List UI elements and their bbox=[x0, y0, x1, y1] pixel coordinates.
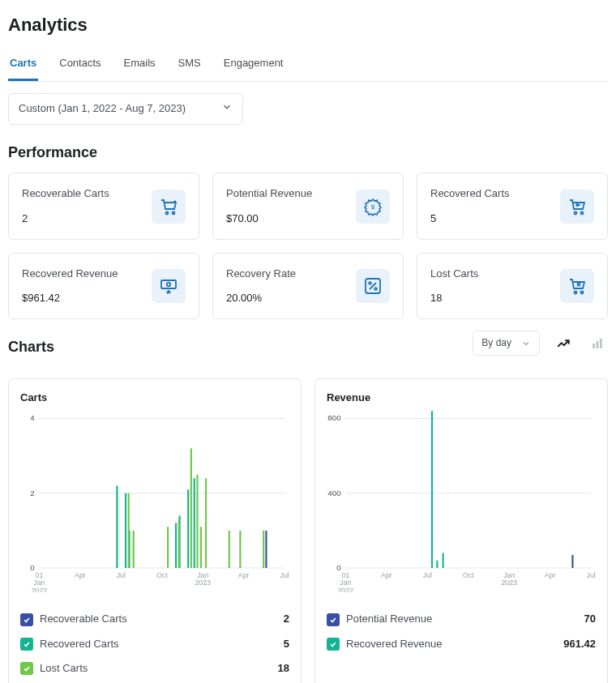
bar-view-button[interactable] bbox=[587, 333, 608, 354]
svg-rect-69 bbox=[436, 561, 438, 568]
svg-rect-14 bbox=[597, 341, 599, 348]
kpi-label: Recovered Carts bbox=[430, 186, 510, 201]
cart-icon bbox=[152, 190, 186, 224]
svg-rect-44 bbox=[190, 449, 192, 569]
badge-dollar-icon: $ bbox=[356, 190, 390, 224]
kpi-grid: Recoverable Carts2Potential Revenue$70.0… bbox=[8, 173, 608, 319]
svg-rect-5 bbox=[161, 280, 176, 288]
svg-text:01: 01 bbox=[342, 571, 350, 579]
svg-text:Jan: Jan bbox=[197, 571, 208, 579]
legend-row: Potential Revenue70 bbox=[327, 607, 596, 631]
svg-rect-39 bbox=[194, 479, 195, 569]
revenue-legend: Potential Revenue70Recovered Revenue961.… bbox=[327, 607, 596, 655]
carts-chart-panel: Carts 02401Jan2022AprJulOctJan2023AprJul… bbox=[8, 378, 302, 683]
svg-text:Apr: Apr bbox=[381, 571, 392, 579]
revenue-chart-title: Revenue bbox=[327, 391, 596, 405]
svg-rect-13 bbox=[592, 344, 595, 348]
charts-heading: Charts bbox=[8, 337, 54, 357]
kpi-label: Recovered Revenue bbox=[22, 267, 118, 281]
cart-back-icon bbox=[560, 190, 594, 224]
carts-legend: Recoverable Carts2Recovered Carts5Lost C… bbox=[20, 607, 289, 681]
legend-checkbox[interactable] bbox=[327, 638, 340, 651]
legend-value: 961.42 bbox=[563, 637, 596, 651]
legend-checkbox[interactable] bbox=[20, 638, 33, 651]
svg-text:4: 4 bbox=[30, 414, 35, 423]
chart-controls: By day bbox=[473, 331, 608, 356]
legend-value: 70 bbox=[584, 612, 596, 626]
performance-heading: Performance bbox=[8, 143, 608, 163]
svg-text:2023: 2023 bbox=[195, 579, 211, 587]
svg-point-6 bbox=[167, 283, 170, 286]
legend-checkbox[interactable] bbox=[327, 613, 340, 626]
kpi-card: Recovered Revenue$961.42 bbox=[8, 253, 199, 319]
svg-text:Jan: Jan bbox=[340, 579, 351, 587]
svg-rect-42 bbox=[167, 527, 169, 569]
legend-label: Potential Revenue bbox=[346, 612, 432, 626]
tab-engagement[interactable]: Engagement bbox=[222, 49, 285, 81]
svg-point-9 bbox=[369, 282, 371, 284]
date-range-select[interactable]: Custom (Jan 1, 2022 - Aug 7, 2023) bbox=[8, 93, 243, 125]
granularity-select[interactable]: By day bbox=[473, 331, 540, 356]
tab-emails[interactable]: Emails bbox=[122, 49, 157, 81]
svg-text:Jan: Jan bbox=[33, 579, 45, 587]
kpi-value: 2 bbox=[22, 211, 109, 226]
tab-sms[interactable]: SMS bbox=[177, 49, 203, 81]
svg-text:Oct: Oct bbox=[463, 571, 474, 579]
legend-checkbox[interactable] bbox=[20, 613, 33, 626]
svg-text:2023: 2023 bbox=[501, 579, 517, 587]
svg-point-12 bbox=[581, 291, 584, 293]
date-range-label: Custom (Jan 1, 2022 - Aug 7, 2023) bbox=[19, 101, 186, 116]
svg-rect-70 bbox=[443, 553, 444, 568]
svg-rect-32 bbox=[265, 531, 267, 568]
svg-rect-41 bbox=[133, 531, 135, 568]
tab-carts[interactable]: Carts bbox=[8, 49, 38, 81]
legend-row: Recovered Revenue961.42 bbox=[327, 632, 596, 656]
svg-rect-47 bbox=[205, 479, 207, 569]
kpi-value: 5 bbox=[430, 211, 510, 226]
line-view-button[interactable] bbox=[553, 333, 574, 354]
svg-rect-15 bbox=[600, 339, 602, 348]
cash-back-icon bbox=[152, 269, 186, 303]
svg-text:01: 01 bbox=[36, 571, 44, 579]
tabs: CartsContactsEmailsSMSEngagement bbox=[8, 49, 608, 82]
svg-text:Jul: Jul bbox=[117, 571, 126, 579]
legend-checkbox[interactable] bbox=[20, 662, 33, 675]
svg-rect-68 bbox=[431, 412, 433, 569]
svg-text:Apr: Apr bbox=[238, 571, 250, 579]
legend-row: Recoverable Carts2 bbox=[20, 607, 289, 631]
svg-rect-49 bbox=[239, 531, 241, 568]
svg-text:0: 0 bbox=[30, 563, 35, 572]
kpi-label: Potential Revenue bbox=[226, 186, 312, 201]
svg-rect-67 bbox=[571, 555, 573, 568]
kpi-value: 18 bbox=[430, 291, 478, 305]
svg-text:Oct: Oct bbox=[156, 571, 168, 579]
tab-contacts[interactable]: Contacts bbox=[58, 49, 102, 81]
kpi-card: Lost Carts18 bbox=[417, 253, 608, 319]
svg-point-0 bbox=[166, 211, 169, 214]
legend-row: Lost Carts18 bbox=[20, 656, 289, 681]
svg-rect-45 bbox=[196, 475, 198, 568]
svg-point-11 bbox=[575, 291, 577, 293]
page-title: Analytics bbox=[8, 13, 608, 38]
cart-x-icon bbox=[560, 269, 594, 303]
kpi-label: Recoverable Carts bbox=[22, 186, 109, 201]
svg-text:Jul: Jul bbox=[423, 571, 432, 579]
chevron-down-icon bbox=[221, 101, 233, 117]
svg-text:Jul: Jul bbox=[280, 571, 289, 579]
legend-value: 18 bbox=[278, 661, 289, 676]
kpi-value: 20.00% bbox=[226, 291, 296, 305]
svg-text:Apr: Apr bbox=[545, 571, 556, 579]
svg-point-3 bbox=[575, 211, 577, 214]
kpi-card: Potential Revenue$70.00$ bbox=[212, 173, 404, 239]
svg-text:2: 2 bbox=[30, 489, 34, 497]
svg-text:0: 0 bbox=[336, 563, 341, 572]
svg-rect-50 bbox=[263, 531, 264, 568]
svg-rect-46 bbox=[200, 527, 202, 569]
legend-row: Recovered Carts5 bbox=[20, 632, 289, 656]
svg-text:Jan: Jan bbox=[503, 571, 515, 579]
svg-text:Jul: Jul bbox=[587, 571, 596, 579]
svg-text:$: $ bbox=[371, 203, 375, 211]
svg-text:2022: 2022 bbox=[338, 587, 354, 593]
svg-rect-34 bbox=[125, 493, 126, 568]
svg-text:400: 400 bbox=[327, 489, 341, 497]
